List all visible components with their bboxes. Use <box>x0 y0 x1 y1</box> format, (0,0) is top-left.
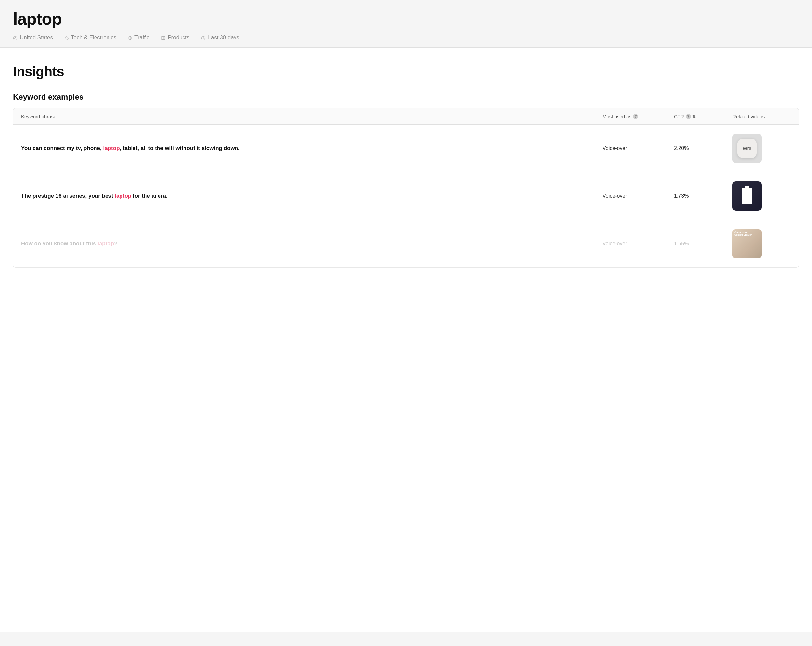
globe-icon: ⊕ <box>128 35 132 41</box>
eero-device-image: eero <box>737 139 757 158</box>
keyword-title: laptop <box>13 9 799 29</box>
ctr-help-icon[interactable]: ? <box>686 114 691 119</box>
phrase-after-2: for the ai era. <box>131 193 167 199</box>
phrase-keyword-1: laptop <box>103 145 120 151</box>
header-bar: laptop ◎ United States ◇ Tech & Electron… <box>0 0 812 48</box>
table-row: How do you know about this laptop? Voice… <box>13 220 799 268</box>
filter-category[interactable]: ◇ Tech & Electronics <box>65 34 116 41</box>
keyword-phrase-3: How do you know about this laptop? <box>21 239 603 248</box>
phrase-before-1: You can connect my tv, phone, <box>21 145 103 151</box>
most-used-help-icon[interactable]: ? <box>633 114 638 119</box>
filter-category-label: Tech & Electronics <box>71 34 116 41</box>
creator-label: @larapleazeContent Creator <box>734 231 752 237</box>
col-related-videos-label: Related videos <box>733 114 765 119</box>
keyword-phrase-1: You can connect my tv, phone, laptop, ta… <box>21 144 603 152</box>
filter-date-label: Last 30 days <box>208 34 239 41</box>
ctr-sort-icon[interactable]: ⇅ <box>693 114 696 119</box>
filter-row: ◎ United States ◇ Tech & Electronics ⊕ T… <box>13 34 799 41</box>
filter-country[interactable]: ◎ United States <box>13 34 53 41</box>
ctr-3: 1.65% <box>674 241 733 247</box>
creator-thumb-overlay: @larapleazeContent Creator <box>733 229 762 258</box>
filter-traffic[interactable]: ⊕ Traffic <box>128 34 150 41</box>
col-keyword-phrase: Keyword phrase <box>21 114 603 119</box>
filter-country-label: United States <box>20 34 53 41</box>
clock-icon: ◷ <box>201 35 206 41</box>
location-icon: ◎ <box>13 35 18 41</box>
person-silhouette <box>744 190 750 203</box>
col-related-videos: Related videos <box>733 114 791 119</box>
phrase-keyword-3: laptop <box>98 241 114 247</box>
col-ctr-label: CTR <box>674 114 684 119</box>
phrase-before-2: The prestige 16 ai series, your best <box>21 193 114 199</box>
ctr-1: 2.20% <box>674 145 733 151</box>
filter-products-label: Products <box>168 34 189 41</box>
phrase-after-1: , tablet, all to the wifi without it slo… <box>120 145 240 151</box>
phrase-before-3: How do you know about this <box>21 241 98 247</box>
most-used-1: Voice-over <box>603 145 674 151</box>
video-thumb-2[interactable] <box>733 181 762 211</box>
keyword-examples-table: Keyword phrase Most used as ? CTR ? ⇅ Re… <box>13 108 799 268</box>
filter-traffic-label: Traffic <box>134 34 150 41</box>
grid-icon: ⊞ <box>161 35 165 41</box>
phrase-after-3: ? <box>114 241 117 247</box>
col-most-used-as-label: Most used as <box>603 114 632 119</box>
filter-products[interactable]: ⊞ Products <box>161 34 189 41</box>
phrase-keyword-2: laptop <box>114 193 131 199</box>
ctr-2: 1.73% <box>674 193 733 199</box>
insights-title: Insights <box>13 64 799 79</box>
video-thumb-3[interactable]: @larapleazeContent Creator <box>733 229 762 258</box>
tag-icon: ◇ <box>65 35 69 41</box>
table-row: The prestige 16 ai series, your best lap… <box>13 172 799 220</box>
keyword-phrase-2: The prestige 16 ai series, your best lap… <box>21 192 603 200</box>
table-header: Keyword phrase Most used as ? CTR ? ⇅ Re… <box>13 108 799 125</box>
col-keyword-phrase-label: Keyword phrase <box>21 114 56 119</box>
most-used-2: Voice-over <box>603 193 674 199</box>
col-most-used-as: Most used as ? <box>603 114 674 119</box>
main-content: Insights Keyword examples Keyword phrase… <box>0 48 812 632</box>
most-used-3: Voice-over <box>603 241 674 247</box>
filter-date[interactable]: ◷ Last 30 days <box>201 34 239 41</box>
video-thumb-1[interactable]: eero <box>733 134 762 163</box>
section-title: Keyword examples <box>13 93 799 102</box>
table-row: You can connect my tv, phone, laptop, ta… <box>13 125 799 172</box>
col-ctr: CTR ? ⇅ <box>674 114 733 119</box>
